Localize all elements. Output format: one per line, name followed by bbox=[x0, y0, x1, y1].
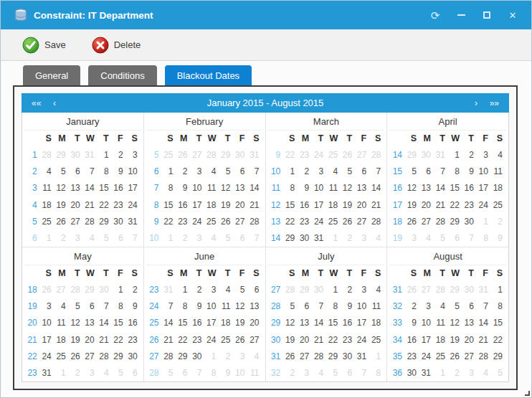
date-cell[interactable]: 9 bbox=[219, 365, 234, 382]
date-cell[interactable]: 19 bbox=[284, 332, 298, 349]
date-cell[interactable]: 27 bbox=[356, 214, 370, 230]
date-cell[interactable]: 30 bbox=[463, 214, 478, 230]
date-cell[interactable]: 2 bbox=[127, 282, 141, 298]
date-cell[interactable]: 20 bbox=[70, 197, 84, 214]
date-cell[interactable]: 10 bbox=[356, 298, 370, 315]
date-cell[interactable]: 22 bbox=[163, 214, 177, 230]
date-cell[interactable]: 29 bbox=[327, 349, 341, 365]
date-cell[interactable]: 31 bbox=[356, 349, 370, 365]
tab-blackout-dates[interactable]: Blackout Dates bbox=[165, 65, 252, 85]
date-cell[interactable]: 26 bbox=[55, 214, 70, 230]
date-cell[interactable]: 5 bbox=[449, 298, 463, 315]
date-cell[interactable]: 20 bbox=[356, 197, 370, 214]
date-cell[interactable]: 14 bbox=[313, 315, 327, 331]
date-cell[interactable]: 14 bbox=[478, 315, 492, 331]
close-button[interactable]: ✕ bbox=[500, 4, 526, 26]
date-cell[interactable]: 21 bbox=[84, 197, 98, 214]
date-cell[interactable]: 3 bbox=[298, 365, 313, 382]
date-cell[interactable]: 1 bbox=[55, 365, 70, 382]
date-cell[interactable]: 12 bbox=[341, 180, 356, 196]
date-cell[interactable]: 2 bbox=[492, 214, 506, 230]
date-cell[interactable]: 1 bbox=[113, 282, 127, 298]
date-cell[interactable]: 6 bbox=[234, 164, 248, 180]
date-cell[interactable]: 28 bbox=[84, 214, 98, 230]
tab-general[interactable]: General bbox=[23, 65, 80, 85]
tab-conditions[interactable]: Conditions bbox=[88, 65, 156, 85]
date-cell[interactable]: 28 bbox=[98, 349, 113, 365]
date-cell[interactable]: 27 bbox=[84, 349, 98, 365]
date-cell[interactable]: 28 bbox=[205, 147, 219, 164]
date-cell[interactable]: 3 bbox=[191, 230, 206, 247]
date-cell[interactable]: 11 bbox=[248, 365, 262, 382]
date-cell[interactable]: 1 bbox=[163, 164, 177, 180]
date-cell[interactable]: 4 bbox=[41, 164, 55, 180]
date-cell[interactable]: 13 bbox=[234, 180, 248, 196]
date-cell[interactable]: 23 bbox=[463, 197, 478, 214]
date-cell[interactable]: 25 bbox=[205, 214, 219, 230]
date-cell[interactable]: 31 bbox=[420, 365, 434, 382]
date-cell[interactable]: 20 bbox=[420, 197, 434, 214]
date-cell[interactable]: 17 bbox=[313, 197, 327, 214]
date-cell[interactable]: 23 bbox=[298, 147, 313, 164]
date-cell[interactable]: 10 bbox=[420, 315, 434, 331]
date-cell[interactable]: 16 bbox=[406, 332, 420, 349]
date-cell[interactable]: 5 bbox=[327, 365, 341, 382]
date-cell[interactable]: 15 bbox=[449, 180, 463, 196]
date-cell[interactable]: 4 bbox=[313, 365, 327, 382]
date-cell[interactable]: 30 bbox=[113, 214, 127, 230]
date-cell[interactable]: 1 bbox=[205, 349, 219, 365]
date-cell[interactable]: 15 bbox=[163, 197, 177, 214]
date-cell[interactable]: 1 bbox=[492, 282, 506, 298]
date-cell[interactable]: 5 bbox=[234, 282, 248, 298]
date-cell[interactable]: 2 bbox=[406, 298, 420, 315]
date-cell[interactable]: 11 bbox=[434, 315, 449, 331]
date-cell[interactable]: 14 bbox=[84, 180, 98, 196]
date-cell[interactable]: 23 bbox=[127, 332, 141, 349]
date-cell[interactable]: 24 bbox=[313, 147, 327, 164]
date-cell[interactable]: 30 bbox=[70, 147, 84, 164]
date-cell[interactable]: 2 bbox=[70, 365, 84, 382]
date-cell[interactable]: 8 bbox=[327, 298, 341, 315]
date-cell[interactable]: 25 bbox=[492, 197, 506, 214]
date-cell[interactable]: 19 bbox=[70, 332, 84, 349]
date-cell[interactable]: 3 bbox=[191, 164, 206, 180]
date-cell[interactable]: 6 bbox=[463, 298, 478, 315]
date-cell[interactable]: 28 bbox=[284, 282, 298, 298]
date-cell[interactable]: 10 bbox=[41, 315, 55, 331]
date-cell[interactable]: 28 bbox=[370, 214, 384, 230]
date-cell[interactable]: 18 bbox=[434, 332, 449, 349]
date-cell[interactable]: 26 bbox=[70, 349, 84, 365]
date-cell[interactable]: 20 bbox=[463, 332, 478, 349]
date-cell[interactable]: 18 bbox=[41, 197, 55, 214]
date-cell[interactable]: 16 bbox=[113, 180, 127, 196]
date-cell[interactable]: 25 bbox=[219, 332, 234, 349]
date-cell[interactable]: 16 bbox=[463, 180, 478, 196]
date-cell[interactable]: 21 bbox=[98, 332, 113, 349]
date-cell[interactable]: 8 bbox=[98, 164, 113, 180]
date-cell[interactable]: 30 bbox=[341, 349, 356, 365]
date-cell[interactable]: 1 bbox=[327, 230, 341, 247]
date-cell[interactable]: 24 bbox=[191, 214, 206, 230]
date-cell[interactable]: 3 bbox=[127, 147, 141, 164]
date-cell[interactable]: 1 bbox=[284, 164, 298, 180]
date-cell[interactable]: 26 bbox=[449, 349, 463, 365]
date-cell[interactable]: 22 bbox=[327, 332, 341, 349]
date-cell[interactable]: 12 bbox=[284, 315, 298, 331]
minimize-button[interactable] bbox=[448, 4, 474, 26]
date-cell[interactable]: 4 bbox=[248, 349, 262, 365]
date-cell[interactable]: 23 bbox=[298, 214, 313, 230]
date-cell[interactable]: 31 bbox=[434, 147, 449, 164]
date-cell[interactable]: 3 bbox=[70, 230, 84, 247]
date-cell[interactable]: 21 bbox=[313, 332, 327, 349]
date-cell[interactable]: 5 bbox=[284, 298, 298, 315]
date-cell[interactable]: 29 bbox=[84, 282, 98, 298]
date-cell[interactable]: 18 bbox=[370, 315, 384, 331]
date-cell[interactable]: 17 bbox=[127, 180, 141, 196]
date-cell[interactable]: 19 bbox=[55, 197, 70, 214]
date-cell[interactable]: 1 bbox=[177, 282, 191, 298]
date-cell[interactable]: 26 bbox=[177, 147, 191, 164]
date-cell[interactable]: 17 bbox=[41, 332, 55, 349]
date-cell[interactable]: 29 bbox=[284, 230, 298, 247]
date-cell[interactable]: 7 bbox=[163, 298, 177, 315]
date-cell[interactable]: 3 bbox=[234, 349, 248, 365]
